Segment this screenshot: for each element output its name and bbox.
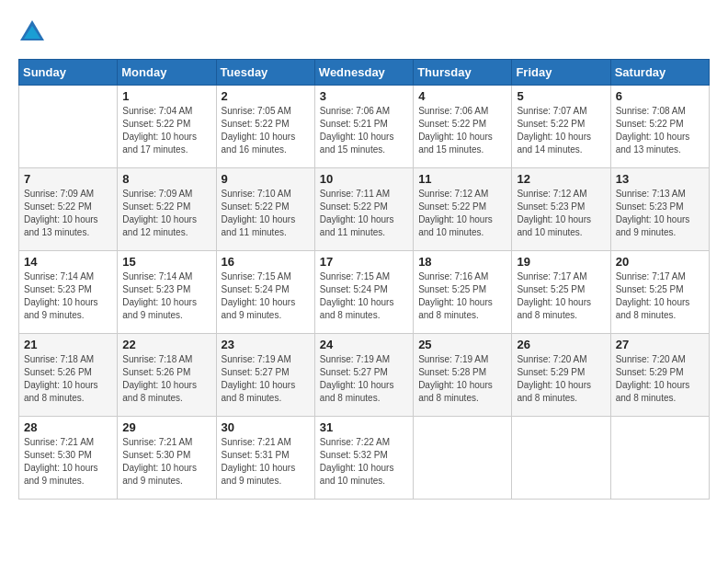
day-info: Sunrise: 7:19 AM Sunset: 5:28 PM Dayligh… <box>418 353 506 405</box>
day-info: Sunrise: 7:20 AM Sunset: 5:29 PM Dayligh… <box>616 353 704 405</box>
day-info: Sunrise: 7:15 AM Sunset: 5:24 PM Dayligh… <box>222 270 310 322</box>
day-number: 2 <box>222 89 310 103</box>
week-row-1: 1Sunrise: 7:04 AM Sunset: 5:22 PM Daylig… <box>19 86 710 168</box>
day-info: Sunrise: 7:20 AM Sunset: 5:29 PM Dayligh… <box>517 353 605 405</box>
day-number: 3 <box>320 89 408 103</box>
calendar-cell: 29Sunrise: 7:21 AM Sunset: 5:30 PM Dayli… <box>118 417 216 500</box>
day-number: 9 <box>222 172 310 186</box>
day-number: 31 <box>320 420 408 434</box>
day-number: 15 <box>122 255 210 269</box>
calendar-body: 1Sunrise: 7:04 AM Sunset: 5:22 PM Daylig… <box>19 86 710 500</box>
calendar-header: SundayMondayTuesdayWednesdayThursdayFrid… <box>19 60 710 86</box>
calendar-cell: 3Sunrise: 7:06 AM Sunset: 5:21 PM Daylig… <box>314 86 413 168</box>
day-number: 18 <box>418 255 506 269</box>
day-info: Sunrise: 7:18 AM Sunset: 5:26 PM Dayligh… <box>24 353 112 405</box>
calendar-cell: 25Sunrise: 7:19 AM Sunset: 5:28 PM Dayli… <box>414 334 512 417</box>
day-info: Sunrise: 7:12 AM Sunset: 5:23 PM Dayligh… <box>517 188 605 239</box>
day-number: 12 <box>517 172 605 186</box>
day-info: Sunrise: 7:17 AM Sunset: 5:25 PM Dayligh… <box>616 270 704 322</box>
calendar-cell: 6Sunrise: 7:08 AM Sunset: 5:22 PM Daylig… <box>610 86 709 168</box>
day-number: 30 <box>222 420 310 434</box>
day-info: Sunrise: 7:14 AM Sunset: 5:23 PM Dayligh… <box>122 270 210 322</box>
day-info: Sunrise: 7:21 AM Sunset: 5:30 PM Dayligh… <box>122 436 210 488</box>
week-row-3: 14Sunrise: 7:14 AM Sunset: 5:23 PM Dayli… <box>19 251 710 334</box>
day-info: Sunrise: 7:16 AM Sunset: 5:25 PM Dayligh… <box>418 270 506 322</box>
calendar-cell: 5Sunrise: 7:07 AM Sunset: 5:22 PM Daylig… <box>512 86 610 168</box>
day-info: Sunrise: 7:15 AM Sunset: 5:24 PM Dayligh… <box>320 270 408 322</box>
day-info: Sunrise: 7:18 AM Sunset: 5:26 PM Dayligh… <box>122 353 210 405</box>
calendar-table: SundayMondayTuesdayWednesdayThursdayFrid… <box>18 59 710 500</box>
day-info: Sunrise: 7:21 AM Sunset: 5:31 PM Dayligh… <box>222 436 310 488</box>
day-number: 8 <box>122 172 210 186</box>
calendar-cell: 26Sunrise: 7:20 AM Sunset: 5:29 PM Dayli… <box>512 334 610 417</box>
calendar-cell: 7Sunrise: 7:09 AM Sunset: 5:22 PM Daylig… <box>19 168 118 251</box>
weekday-header-wednesday: Wednesday <box>314 60 413 86</box>
day-number: 10 <box>320 172 408 186</box>
page-header <box>18 18 710 44</box>
day-info: Sunrise: 7:08 AM Sunset: 5:22 PM Dayligh… <box>616 105 704 156</box>
weekday-header-saturday: Saturday <box>610 60 709 86</box>
calendar-cell <box>19 86 118 168</box>
calendar-cell: 20Sunrise: 7:17 AM Sunset: 5:25 PM Dayli… <box>610 251 709 334</box>
day-number: 23 <box>222 338 310 351</box>
day-info: Sunrise: 7:22 AM Sunset: 5:32 PM Dayligh… <box>320 436 408 488</box>
day-info: Sunrise: 7:13 AM Sunset: 5:23 PM Dayligh… <box>616 188 704 239</box>
calendar-cell: 16Sunrise: 7:15 AM Sunset: 5:24 PM Dayli… <box>216 251 314 334</box>
calendar-cell: 21Sunrise: 7:18 AM Sunset: 5:26 PM Dayli… <box>19 334 118 417</box>
day-number: 4 <box>418 89 506 103</box>
day-number: 27 <box>616 338 704 351</box>
calendar-cell: 18Sunrise: 7:16 AM Sunset: 5:25 PM Dayli… <box>414 251 512 334</box>
day-number: 7 <box>24 172 112 186</box>
day-number: 25 <box>418 338 506 351</box>
day-info: Sunrise: 7:19 AM Sunset: 5:27 PM Dayligh… <box>222 353 310 405</box>
day-info: Sunrise: 7:17 AM Sunset: 5:25 PM Dayligh… <box>517 270 605 322</box>
calendar-cell: 30Sunrise: 7:21 AM Sunset: 5:31 PM Dayli… <box>216 417 314 500</box>
calendar-cell: 22Sunrise: 7:18 AM Sunset: 5:26 PM Dayli… <box>118 334 216 417</box>
calendar-cell: 1Sunrise: 7:04 AM Sunset: 5:22 PM Daylig… <box>118 86 216 168</box>
calendar-cell <box>512 417 610 500</box>
day-number: 20 <box>616 255 704 269</box>
day-number: 21 <box>24 338 112 351</box>
day-number: 22 <box>122 338 210 351</box>
calendar-cell: 28Sunrise: 7:21 AM Sunset: 5:30 PM Dayli… <box>19 417 118 500</box>
day-info: Sunrise: 7:07 AM Sunset: 5:22 PM Dayligh… <box>517 105 605 156</box>
day-info: Sunrise: 7:11 AM Sunset: 5:22 PM Dayligh… <box>320 188 408 239</box>
day-number: 16 <box>222 255 310 269</box>
day-info: Sunrise: 7:05 AM Sunset: 5:22 PM Dayligh… <box>222 105 310 156</box>
weekday-row: SundayMondayTuesdayWednesdayThursdayFrid… <box>19 60 710 86</box>
day-number: 19 <box>517 255 605 269</box>
calendar-cell: 31Sunrise: 7:22 AM Sunset: 5:32 PM Dayli… <box>314 417 413 500</box>
calendar-cell: 24Sunrise: 7:19 AM Sunset: 5:27 PM Dayli… <box>314 334 413 417</box>
calendar-cell: 11Sunrise: 7:12 AM Sunset: 5:22 PM Dayli… <box>414 168 512 251</box>
day-info: Sunrise: 7:06 AM Sunset: 5:22 PM Dayligh… <box>418 105 506 156</box>
day-info: Sunrise: 7:21 AM Sunset: 5:30 PM Dayligh… <box>24 436 112 488</box>
logo-icon <box>18 18 46 44</box>
weekday-header-thursday: Thursday <box>414 60 512 86</box>
calendar-cell: 9Sunrise: 7:10 AM Sunset: 5:22 PM Daylig… <box>216 168 314 251</box>
calendar-cell: 27Sunrise: 7:20 AM Sunset: 5:29 PM Dayli… <box>610 334 709 417</box>
calendar-cell <box>610 417 709 500</box>
week-row-2: 7Sunrise: 7:09 AM Sunset: 5:22 PM Daylig… <box>19 168 710 251</box>
day-info: Sunrise: 7:14 AM Sunset: 5:23 PM Dayligh… <box>24 270 112 322</box>
day-number: 28 <box>24 420 112 434</box>
day-info: Sunrise: 7:09 AM Sunset: 5:22 PM Dayligh… <box>122 188 210 239</box>
day-info: Sunrise: 7:12 AM Sunset: 5:22 PM Dayligh… <box>418 188 506 239</box>
calendar-cell: 14Sunrise: 7:14 AM Sunset: 5:23 PM Dayli… <box>19 251 118 334</box>
day-number: 5 <box>517 89 605 103</box>
calendar-cell: 10Sunrise: 7:11 AM Sunset: 5:22 PM Dayli… <box>314 168 413 251</box>
calendar-cell: 15Sunrise: 7:14 AM Sunset: 5:23 PM Dayli… <box>118 251 216 334</box>
day-number: 11 <box>418 172 506 186</box>
week-row-4: 21Sunrise: 7:18 AM Sunset: 5:26 PM Dayli… <box>19 334 710 417</box>
calendar-cell: 23Sunrise: 7:19 AM Sunset: 5:27 PM Dayli… <box>216 334 314 417</box>
day-number: 14 <box>24 255 112 269</box>
calendar-cell: 13Sunrise: 7:13 AM Sunset: 5:23 PM Dayli… <box>610 168 709 251</box>
calendar-cell <box>414 417 512 500</box>
day-info: Sunrise: 7:19 AM Sunset: 5:27 PM Dayligh… <box>320 353 408 405</box>
day-number: 17 <box>320 255 408 269</box>
day-info: Sunrise: 7:04 AM Sunset: 5:22 PM Dayligh… <box>122 105 210 156</box>
day-number: 24 <box>320 338 408 351</box>
weekday-header-monday: Monday <box>118 60 216 86</box>
day-info: Sunrise: 7:10 AM Sunset: 5:22 PM Dayligh… <box>222 188 310 239</box>
calendar-cell: 19Sunrise: 7:17 AM Sunset: 5:25 PM Dayli… <box>512 251 610 334</box>
day-info: Sunrise: 7:09 AM Sunset: 5:22 PM Dayligh… <box>24 188 112 239</box>
